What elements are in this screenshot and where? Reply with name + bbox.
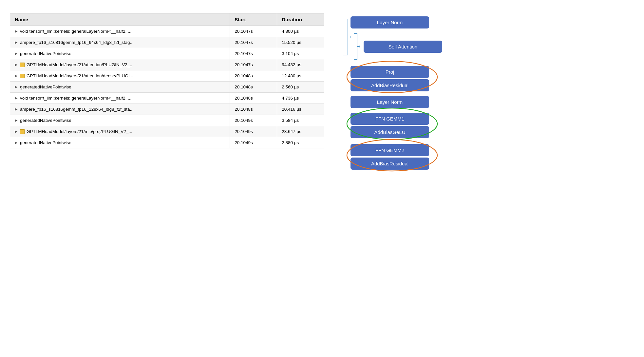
table-row: ▶generatedNativePointwise20.1048s2.560 µ… — [10, 82, 324, 93]
row-name-text: generatedNativePointwise — [20, 140, 71, 145]
table-row: ▶GPTLMHeadModel/layers/21/attention/PLUG… — [10, 59, 324, 70]
cell-start: 20.1048s — [230, 82, 277, 93]
proj-addbias-group: Proj AddBiasResidual — [350, 65, 482, 93]
ffn-gemm1-button[interactable]: FFN GEMM1 — [350, 113, 429, 125]
row-name-text: generatedNativePointwise — [20, 85, 71, 89]
expand-arrow-icon[interactable]: ▶ — [15, 129, 17, 134]
cell-start: 20.1049s — [230, 126, 277, 137]
col-header-name: Name — [10, 13, 230, 26]
cell-start: 20.1047s — [230, 48, 277, 59]
cell-name: ▶GPTLMHeadModel/layers/21/mlp/proj/PLUGI… — [10, 126, 230, 137]
expand-arrow-icon[interactable]: ▶ — [15, 96, 17, 100]
cell-duration: 94.432 µs — [277, 59, 324, 70]
cell-duration: 12.480 µs — [277, 70, 324, 82]
cell-name: ▶generatedNativePointwise — [10, 82, 230, 93]
row-name-text: generatedNativePointwise — [20, 118, 71, 123]
cell-duration: 3.104 µs — [277, 48, 324, 59]
table-row: ▶void tensorrt_llm::kernels::generalLaye… — [10, 26, 324, 37]
cell-start: 20.1048s — [230, 70, 277, 82]
expand-arrow-icon[interactable]: ▶ — [15, 29, 17, 33]
cell-start: 20.1049s — [230, 115, 277, 126]
cell-duration: 3.584 µs — [277, 115, 324, 126]
plugin-icon — [20, 74, 25, 78]
cell-duration: 4.800 µs — [277, 26, 324, 37]
table-row: ▶generatedNativePointwise20.1047s3.104 µ… — [10, 48, 324, 59]
annotations-list: Layer Norm Self Attention P — [350, 16, 482, 173]
table-row: ▶ampere_fp16_s16816gemm_fp16_128x64_ldg8… — [10, 104, 324, 115]
self-attention-bracket — [350, 32, 360, 61]
proj-button[interactable]: Proj — [350, 66, 429, 78]
data-table: Name Start Duration ▶void tensorrt_llm::… — [10, 13, 324, 148]
cell-name: ▶GPTLMHeadModel/layers/21/attention/PLUG… — [10, 59, 230, 70]
layer-norm-2-row: Layer Norm — [350, 96, 482, 108]
cell-name: ▶ampere_fp16_s16816gemm_fp16_64x64_ldg8_… — [10, 37, 230, 48]
expand-arrow-icon[interactable]: ▶ — [15, 51, 17, 56]
bracket-svg — [328, 16, 351, 58]
cell-name: ▶generatedNativePointwise — [10, 115, 230, 126]
cell-start: 20.1048s — [230, 104, 277, 115]
table-wrapper: Name Start Duration ▶void tensorrt_llm::… — [10, 13, 324, 173]
expand-arrow-icon[interactable]: ▶ — [15, 40, 17, 45]
expand-arrow-icon[interactable]: ▶ — [15, 118, 17, 122]
table-row: ▶ampere_fp16_s16816gemm_fp16_64x64_ldg8_… — [10, 37, 324, 48]
table-row: ▶void tensorrt_llm::kernels::generalLaye… — [10, 93, 324, 104]
main-container: Name Start Duration ▶void tensorrt_llm::… — [10, 13, 644, 173]
orange-oval-group-1: Proj AddBiasResidual — [350, 65, 482, 93]
layer-norm-top-row: Layer Norm — [350, 16, 482, 28]
table-row: ▶generatedNativePointwise20.1049s2.880 µ… — [10, 137, 324, 148]
self-attention-group: Self Attention — [350, 32, 482, 61]
table-row: ▶GPTLMHeadModel/layers/21/mlp/proj/PLUGI… — [10, 126, 324, 137]
col-header-start: Start — [230, 13, 277, 26]
row-name-text: void tensorrt_llm::kernels::generalLayer… — [20, 96, 131, 101]
row-name-text: GPTLMHeadModel/layers/21/attention/PLUGI… — [27, 62, 133, 67]
cell-name: ▶void tensorrt_llm::kernels::generalLaye… — [10, 93, 230, 104]
add-bias-residual-1-button[interactable]: AddBiasResidual — [350, 79, 429, 91]
ffn-gemm2-button[interactable]: FFN GEMM2 — [350, 144, 429, 156]
row-name-text: GPTLMHeadModel/layers/21/mlp/proj/PLUGIN… — [27, 129, 132, 134]
green-oval-group: FFN GEMM1 AddBiasGeLU — [350, 111, 482, 140]
row-name-text: ampere_fp16_s16816gemm_fp16_128x64_ldg8_… — [20, 107, 134, 112]
add-bias-gelu-button[interactable]: AddBiasGeLU — [350, 126, 429, 138]
cell-name: ▶GPTLMHeadModel/layers/21/attention/dens… — [10, 70, 230, 82]
add-bias-residual-2-button[interactable]: AddBiasResidual — [350, 158, 429, 170]
expand-arrow-icon[interactable]: ▶ — [15, 63, 17, 67]
cell-duration: 2.880 µs — [277, 137, 324, 148]
expand-arrow-icon[interactable]: ▶ — [15, 107, 17, 111]
cell-start: 20.1049s — [230, 137, 277, 148]
table-row: ▶GPTLMHeadModel/layers/21/attention/dens… — [10, 70, 324, 82]
table-row: ▶generatedNativePointwise20.1049s3.584 µ… — [10, 115, 324, 126]
table-body: ▶void tensorrt_llm::kernels::generalLaye… — [10, 26, 324, 148]
cell-duration: 23.647 µs — [277, 126, 324, 137]
expand-arrow-icon[interactable]: ▶ — [15, 85, 17, 89]
annotations-panel: Layer Norm Self Attention P — [350, 13, 482, 173]
cell-start: 20.1047s — [230, 37, 277, 48]
cell-duration: 20.416 µs — [277, 104, 324, 115]
expand-arrow-icon[interactable]: ▶ — [15, 141, 17, 145]
row-name-text: GPTLMHeadModel/layers/21/attention/dense… — [27, 73, 133, 78]
cell-duration: 2.560 µs — [277, 82, 324, 93]
col-header-duration: Duration — [277, 13, 324, 26]
layer-norm-top-button[interactable]: Layer Norm — [350, 16, 429, 28]
cell-duration: 15.520 µs — [277, 37, 324, 48]
cell-name: ▶generatedNativePointwise — [10, 48, 230, 59]
cell-name: ▶void tensorrt_llm::kernels::generalLaye… — [10, 26, 230, 37]
cell-start: 20.1047s — [230, 59, 277, 70]
cell-name: ▶generatedNativePointwise — [10, 137, 230, 148]
expand-arrow-icon[interactable]: ▶ — [15, 74, 17, 78]
cell-name: ▶ampere_fp16_s16816gemm_fp16_128x64_ldg8… — [10, 104, 230, 115]
layer-norm-2-button[interactable]: Layer Norm — [350, 96, 429, 108]
row-name-text: generatedNativePointwise — [20, 51, 71, 56]
plugin-icon — [20, 129, 25, 134]
ffn-gemm2-group: FFN GEMM2 AddBiasResidual — [350, 143, 482, 171]
self-attention-button[interactable]: Self Attention — [364, 41, 442, 53]
table-header-row: Name Start Duration — [10, 13, 324, 26]
cell-start: 20.1048s — [230, 93, 277, 104]
cell-duration: 4.736 µs — [277, 93, 324, 104]
row-name-text: ampere_fp16_s16816gemm_fp16_64x64_ldg8_f… — [20, 40, 134, 45]
ffn-gemm1-group: FFN GEMM1 AddBiasGeLU — [350, 111, 482, 140]
svg-marker-9 — [359, 45, 360, 48]
plugin-icon — [20, 63, 25, 67]
cell-start: 20.1047s — [230, 26, 277, 37]
row-name-text: void tensorrt_llm::kernels::generalLayer… — [20, 29, 131, 34]
orange-oval-group-2: FFN GEMM2 AddBiasResidual — [350, 143, 482, 171]
